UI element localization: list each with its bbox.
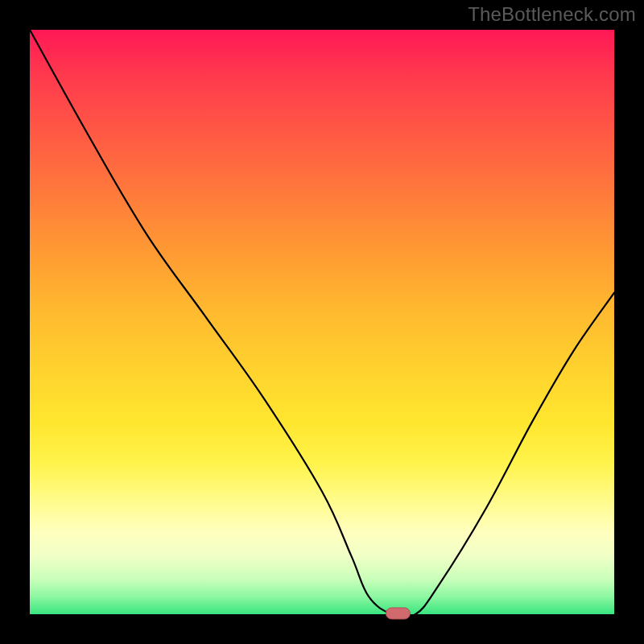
optimal-marker [386, 608, 410, 619]
plot-area [30, 30, 614, 614]
watermark-text: TheBottleneck.com [468, 3, 636, 26]
chart-frame: TheBottleneck.com [0, 0, 644, 644]
chart-svg [30, 30, 614, 614]
bottleneck-curve [30, 30, 614, 617]
